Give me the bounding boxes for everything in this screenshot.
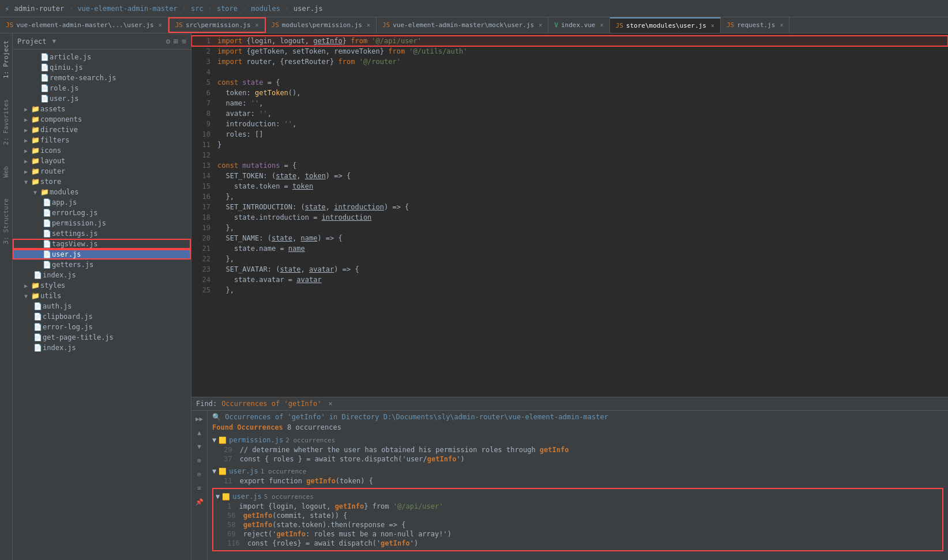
chevron-right-icon: ▶ — [24, 158, 31, 164]
occurrence-group-header[interactable]: ▼ 🟨 user.js 1 occurrence — [212, 466, 943, 476]
tab-icon: JS — [616, 22, 623, 29]
occurrence-group-header[interactable]: ▼ 🟨 user.js 5 occurrences — [216, 491, 940, 502]
tab-close[interactable]: × — [711, 22, 714, 29]
tab-mock-user-js[interactable]: JS vue-element-admin-master\mock\user.js… — [377, 17, 548, 33]
folder-name: styles — [40, 281, 65, 290]
project-tab[interactable]: 1: Project — [0, 36, 12, 83]
structure-tab[interactable]: 3: Structure — [0, 194, 12, 249]
sidebar-item-errorlog[interactable]: 📄 errorLog.js — [13, 208, 191, 218]
tab-icon: V — [554, 21, 558, 29]
tab-modules-permission[interactable]: JS modules\permission.js × — [266, 17, 377, 33]
breadcrumb-2: src — [191, 5, 204, 13]
occurrence-line[interactable]: 29 // determine whether the user has obt… — [212, 445, 943, 454]
folder-icon: 📁 — [31, 178, 40, 186]
code-line: 9 introduction: '', — [191, 119, 948, 129]
sidebar-item-modules[interactable]: ▼ 📁 modules — [13, 187, 191, 197]
favorites-tab[interactable]: 2: Favorites — [0, 95, 12, 149]
code-line: 2 import {getToken, setToken, removeToke… — [191, 46, 948, 57]
sidebar-item-layout[interactable]: ▶ 📁 layout — [13, 156, 191, 166]
sidebar-item-directive[interactable]: ▶ 📁 directive — [13, 125, 191, 135]
tab-store-user-js[interactable]: JS store\modules\user.js × — [610, 17, 721, 33]
filename: user.js — [52, 250, 81, 258]
folder-name: modules — [50, 188, 79, 196]
left-vertical-bar: 1: Project 2: Favorites Web 3: Structure — [0, 33, 13, 560]
sidebar-dropdown[interactable]: ▼ — [52, 37, 57, 45]
occurrence-line[interactable]: 116 const {roles} = await dispatch('getI… — [216, 539, 940, 548]
occurrence-group-user-js-5: ▼ 🟨 user.js 5 occurrences 1 import {logi… — [212, 488, 943, 551]
sidebar-gear-icon[interactable]: ⚙ — [166, 37, 171, 46]
sidebar-item-filters[interactable]: ▶ 📁 filters — [13, 135, 191, 145]
sidebar-item-user-mock[interactable]: 📄 user.js — [13, 93, 191, 104]
occurrence-group-header[interactable]: ▼ 🟨 permission.js 2 occurrences — [212, 435, 943, 445]
sidebar-item-components[interactable]: ▶ 📁 components — [13, 114, 191, 125]
sidebar-item-assets[interactable]: ▶ 📁 assets — [13, 104, 191, 114]
tab-close[interactable]: × — [600, 22, 604, 28]
sidebar-item-settings[interactable]: 📄 settings.js — [13, 228, 191, 239]
sidebar-item-store[interactable]: ▼ 📁 store — [13, 176, 191, 187]
tab-icon: JS — [175, 21, 183, 29]
sidebar-item-error-log[interactable]: 📄 error-log.js — [13, 322, 191, 332]
sidebar-item-app[interactable]: 📄 app.js — [13, 197, 191, 208]
sidebar-item-role[interactable]: 📄 role.js — [13, 83, 191, 93]
sidebar-item-styles[interactable]: ▶ 📁 styles — [13, 280, 191, 291]
sidebar-title: Project — [17, 37, 47, 46]
occurrence-line[interactable]: 56 getInfo(commit, state)) { — [216, 511, 940, 520]
app-icon: ⚡ — [5, 4, 9, 13]
sidebar-settings-icon[interactable]: ≡ — [182, 37, 186, 46]
code-content[interactable]: 1 import {login, logout, getInfo} from '… — [191, 33, 948, 397]
occurrence-line[interactable]: 58 getInfo(state.token).then(response =>… — [216, 520, 940, 529]
find-value: Occurrences of 'getInfo' — [221, 400, 321, 408]
occurrence-line[interactable]: 37 const { roles } = await store.dispatc… — [212, 454, 943, 464]
tab-close[interactable]: × — [539, 22, 542, 28]
tab-close[interactable]: × — [780, 22, 783, 28]
folder-icon: 📁 — [31, 292, 40, 300]
sidebar-layout-icon[interactable]: ⊞ — [174, 37, 178, 46]
js-file-icon: 🟨 — [222, 493, 230, 501]
sidebar-item-tagsview[interactable]: 📄 tagsView.js — [13, 239, 191, 249]
folder-name: filters — [40, 136, 70, 144]
code-line: 10 roles: [] — [191, 129, 948, 140]
pin-button[interactable]: 📌 — [194, 496, 205, 508]
sidebar-item-utils[interactable]: ▼ 📁 utils — [13, 291, 191, 301]
expand-all-button[interactable]: ▶▶ — [194, 413, 205, 424]
filename: errorLog.js — [52, 209, 97, 217]
sidebar-item-qiniu[interactable]: 📄 qiniu.js — [13, 62, 191, 73]
prev-occurrence-button[interactable]: ⊖ — [194, 468, 205, 480]
occurrence-line[interactable]: 1 import {login, logout, getInfo} from '… — [216, 502, 940, 511]
code-line: 14 SET_TOKEN: (state, token) => { — [191, 171, 948, 181]
arrow-up-button[interactable]: ▲ — [194, 427, 205, 438]
filename: tagsView.js — [52, 240, 97, 248]
code-line: 4 — [191, 67, 948, 77]
tab-request-js[interactable]: JS request.js × — [721, 17, 790, 33]
sidebar-item-remote-search[interactable]: 📄 remote-search.js — [13, 73, 191, 83]
sidebar-item-index-utils[interactable]: 📄 index.js — [13, 343, 191, 353]
sidebar-item-clipboard[interactable]: 📄 clipboard.js — [13, 311, 191, 322]
sidebar-item-user-selected[interactable]: 📄 user.js — [13, 249, 191, 260]
arrow-down-button[interactable]: ▼ — [194, 441, 205, 452]
sidebar-item-router[interactable]: ▶ 📁 router — [13, 166, 191, 176]
occurrence-group-permission: ▼ 🟨 permission.js 2 occurrences 29 // de… — [212, 435, 943, 464]
tab-permission-js[interactable]: JS src\permission.js × — [168, 17, 266, 33]
filter-button[interactable]: ≡ — [194, 482, 205, 494]
tab-user-js-1[interactable]: JS vue-element-admin-master\...\user.js … — [0, 17, 168, 33]
filename: error-log.js — [43, 323, 93, 331]
tab-close[interactable]: × — [159, 22, 162, 28]
web-tab[interactable]: Web — [0, 161, 12, 182]
sidebar-item-auth[interactable]: 📄 auth.js — [13, 301, 191, 311]
tab-close[interactable]: × — [367, 22, 370, 28]
sidebar-item-get-page-title[interactable]: 📄 get-page-title.js — [13, 332, 191, 343]
tab-index-vue[interactable]: V index.vue × — [548, 17, 610, 33]
occurrence-line[interactable]: 11 export function getInfo(token) { — [212, 476, 943, 486]
find-close-button[interactable]: × — [329, 400, 333, 408]
tab-icon: JS — [272, 21, 279, 29]
occurrence-line[interactable]: 69 reject('getInfo: roles must be a non-… — [216, 529, 940, 539]
next-occurrence-button[interactable]: ⊕ — [194, 454, 205, 466]
chevron-down-icon: ▼ — [216, 493, 220, 501]
sidebar-item-index-store[interactable]: 📄 index.js — [13, 270, 191, 280]
tab-close[interactable]: × — [255, 22, 259, 28]
sidebar-item-article[interactable]: 📄 article.js — [13, 52, 191, 62]
sidebar-item-getters[interactable]: 📄 getters.js — [13, 260, 191, 270]
sidebar-item-icons[interactable]: ▶ 📁 icons — [13, 145, 191, 156]
sidebar-item-permission[interactable]: 📄 permission.js — [13, 218, 191, 228]
folder-icon: 📁 — [40, 188, 50, 196]
